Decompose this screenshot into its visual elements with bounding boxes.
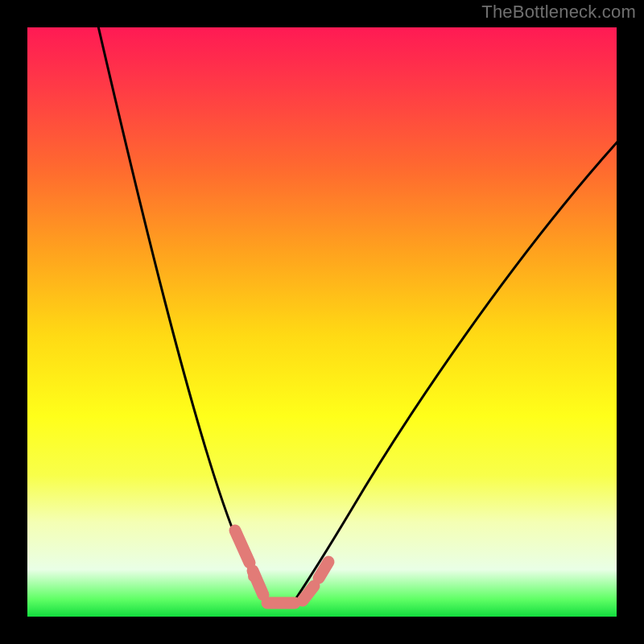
plot-area [27,27,617,617]
curve-svg [27,27,617,617]
curve-right-branch [293,140,617,603]
watermark-text: TheBottleneck.com [481,2,636,23]
chart-frame: TheBottleneck.com [0,0,644,644]
valley-marker-dot [248,571,259,582]
curve-left-branch [97,27,266,603]
valley-marker-left [235,530,263,595]
